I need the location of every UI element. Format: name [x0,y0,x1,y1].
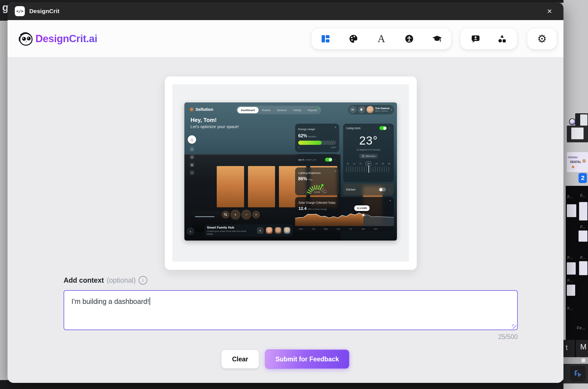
website-thumbnail[interactable]: PREMIU DENTAL [567,152,588,172]
context-textarea[interactable]: I'm building a dashboard! [64,290,518,330]
accessibility-tab-button[interactable] [403,33,415,45]
file-label: F... [567,255,573,260]
card-title: Energy Usage [298,128,315,131]
card-title: Wi-Fi [298,158,304,161]
temperature-scale: 20212223242526 [346,162,391,165]
notification-dot [363,107,364,108]
layout-tab-button[interactable] [320,33,331,45]
expand-icon: ↗ [334,170,336,172]
mode-pill: Afternoon [359,154,378,159]
components-tab-button[interactable] [496,33,508,45]
chart-tooltip: 12.4 kWh [354,205,370,211]
energy-level: Medium [308,135,316,138]
avatar [367,106,374,113]
toolbar-chip [582,359,585,362]
dashboard-nav: Dashboard Rooms Devices Family Reports [236,106,321,114]
file-thumbnail[interactable] [567,262,576,275]
count-badge[interactable]: 2 [579,173,587,183]
canvas-zoom-controls: + − × [222,210,260,220]
context-optional-label: (optional) [107,276,136,284]
resize-handle[interactable] [512,324,516,329]
energy-progress-fill [298,141,322,145]
action-buttons: Clear Submit for Feedback [8,349,563,369]
typography-tab-button[interactable]: A [375,33,387,45]
background-toolbar-sliver [563,357,588,364]
expand-icon: ↗ [334,126,336,129]
background-window-thumbnail[interactable] [567,126,588,142]
nav-dashboard: Dashboard [237,107,259,113]
taskbar-sliver [563,364,588,383]
lighting-card: Lighting Brightness ↗ 86%High 22:00 [295,167,339,195]
chevron-down-icon: ▾ [391,109,392,111]
greeting-tagline: Let's optimize your space! [191,124,239,129]
gear-icon: ⚙ [537,33,547,44]
upload-preview-card: Sellution Dashboard Rooms Devices Family… [165,76,417,270]
expand-icon: ↗ [389,199,391,202]
dashboard-sidebar: ⌂ ⊕ ▤ ▦ ◫ [188,135,196,175]
clear-button[interactable]: Clear [221,350,259,368]
design-tool-tray-button[interactable] [570,365,586,382]
dashboard-brand-name: Sellution [196,107,213,112]
close-button[interactable]: × [544,6,555,16]
file-thumbnail[interactable] [579,230,587,242]
file-label: F... [580,255,586,260]
file-thumbnail[interactable] [567,204,576,217]
reports-badge [318,108,319,109]
nav-rooms: Rooms [259,107,274,113]
greeting-block: Hey, Tom! Let's optimize your space! [191,117,239,129]
living-room-card: Living room ⋮ 23° 23 degrees in 8 minute… [343,124,394,182]
solar-card: Solar Charge Collected Today ↗ 12.4kWh o… [295,197,394,232]
user-handle: @tom_dawson [375,110,390,112]
code-icon: </> [15,6,25,16]
file-browser-panel: F... F... F... F... F... F... F... Fe... [566,186,588,344]
notes-icon: ▤ [190,155,194,159]
uploaded-design-preview: Sellution Dashboard Rooms Devices Family… [184,102,397,241]
context-text: I'm building a dashboard! [71,297,149,305]
grid-icon: ▦ [190,162,194,167]
info-icon[interactable]: i [139,276,147,285]
sun-star-icon [189,107,194,112]
robot-mascot-icon [16,30,34,48]
energy-value: 62%Medium [298,133,336,138]
user-cluster: ✉ Tom Dawson @tom_dawson ▾ [348,105,394,114]
energy-usage-card: Energy Usage ↗ 62%Medium 0100% [295,124,339,152]
graduation-cap-icon [432,34,442,44]
clock-icon [362,155,364,157]
file-thumbnail[interactable] [567,285,575,296]
chart-day-labels: MonTueWedThuFriSatSun [295,228,382,230]
window-letter: t [566,343,568,352]
file-label: F... [567,194,573,199]
wifi-toggle [325,158,332,162]
window-title: DesignCrit [29,8,59,15]
sellution-logo: Sellution [189,107,213,112]
submit-feedback-button[interactable]: Submit for Feedback [265,349,350,369]
solar-area-chart [295,210,394,226]
add-member-button: + [257,227,264,234]
robot-logo-thumbnail[interactable] [569,118,576,125]
bell-icon [358,106,365,113]
family-avatar [266,227,273,234]
character-counter: 25/500 [64,333,518,341]
wifi-network: (RayFi_03) [306,159,316,161]
hub-title: Smart Family Hub [207,226,255,230]
feedback-tab-button[interactable] [470,33,481,45]
energy-progress-bar [298,141,336,145]
temperature-eta: 23 degrees in 8 minutes [346,148,391,151]
file-thumbnail[interactable] [579,261,587,275]
wifi-card: Wi-Fi (RayFi_03) ⋮ [295,154,339,165]
settings-button[interactable]: ⚙ [536,33,548,45]
zoom-out-icon: − [241,210,251,220]
lighting-time: 22:00 [295,191,339,193]
file-thumbnail[interactable] [579,202,587,220]
kebab-menu-icon: ⋮ [388,127,391,129]
family-avatar [284,227,290,234]
file-label: F... [580,193,586,198]
learn-tab-button[interactable] [431,33,443,45]
analysis-toolbar: A [311,28,451,49]
upload-preview-surface: Sellution Dashboard Rooms Devices Family… [172,84,409,262]
energy-max: 100% [331,146,336,149]
smart-family-hub-card: Smart Family Hub Control your smart home… [204,224,293,237]
living-room-toggle [379,126,387,130]
color-tab-button[interactable] [348,33,359,45]
kebab-menu-icon: ⋮ [334,158,336,161]
